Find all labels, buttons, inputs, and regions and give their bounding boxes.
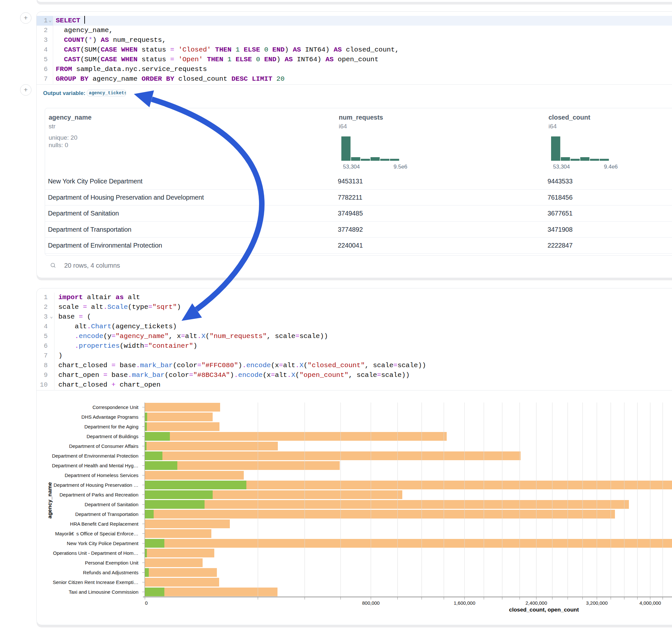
svg-text:Refunds and Adjustments: Refunds and Adjustments bbox=[83, 570, 138, 575]
svg-text:Correspondence Unit: Correspondence Unit bbox=[92, 405, 139, 410]
svg-text:1,600,000: 1,600,000 bbox=[454, 600, 476, 606]
svg-text:Department of Buildings: Department of Buildings bbox=[87, 434, 138, 439]
svg-text:Senior Citizen Rent Increase E: Senior Citizen Rent Increase Exempti… bbox=[53, 579, 138, 585]
svg-text:Personal Exemption Unit: Personal Exemption Unit bbox=[85, 560, 139, 565]
svg-text:4,000,000: 4,000,000 bbox=[639, 600, 661, 606]
svg-text:2,400,000: 2,400,000 bbox=[526, 600, 547, 606]
svg-text:Department of Transportation: Department of Transportation bbox=[75, 511, 138, 517]
svg-text:3,200,000: 3,200,000 bbox=[586, 600, 608, 606]
svg-text:Department of Housing Preserva: Department of Housing Preservation … bbox=[53, 482, 138, 488]
svg-text:Department of Consumer Affairs: Department of Consumer Affairs bbox=[69, 443, 138, 449]
svg-text:Department for the Aging: Department for the Aging bbox=[84, 424, 138, 429]
svg-text:800,000: 800,000 bbox=[362, 600, 380, 606]
svg-text:New York City Police Departmen: New York City Police Department bbox=[67, 540, 139, 546]
svg-text:Mayorâ€ s Office of Special E: Mayorâ€ s Office of Special Enforce… bbox=[55, 531, 138, 536]
svg-text:HRA Benefit Card Replacement: HRA Benefit Card Replacement bbox=[70, 521, 139, 527]
svg-text:Department of Homeless Service: Department of Homeless Services bbox=[65, 472, 138, 478]
svg-text:Department of Sanitation: Department of Sanitation bbox=[85, 502, 138, 507]
svg-text:closed_count, open_count: closed_count, open_count bbox=[509, 607, 579, 613]
svg-text:agency_name: agency_name bbox=[47, 482, 53, 518]
svg-text:Taxi and Limousine Commission: Taxi and Limousine Commission bbox=[69, 589, 138, 595]
svg-text:0: 0 bbox=[145, 600, 147, 606]
svg-text:Operations Unit - Department o: Operations Unit - Department of Hom… bbox=[53, 550, 138, 556]
svg-text:Department of Parks and Recrea: Department of Parks and Recreation bbox=[59, 492, 138, 498]
svg-text:Department of Environmental Pr: Department of Environmental Protection bbox=[52, 453, 138, 459]
svg-text:Department of Health and Menta: Department of Health and Mental Hyg… bbox=[52, 463, 138, 468]
svg-text:DHS Advantage Programs: DHS Advantage Programs bbox=[81, 414, 138, 420]
